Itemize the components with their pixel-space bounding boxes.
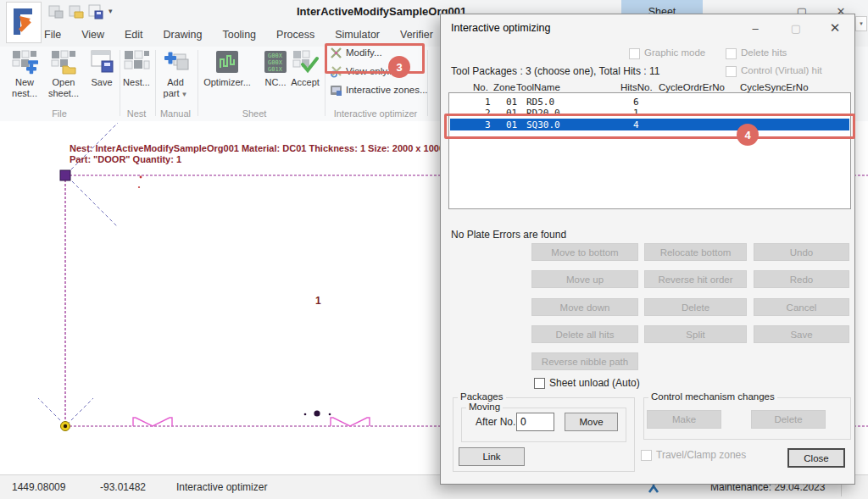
qat-save-icon[interactable] <box>47 4 64 19</box>
ribbon-scroll-button[interactable]: ▾ <box>855 16 867 31</box>
menu-verifier[interactable]: Verifier <box>400 29 433 41</box>
nest-label: Nest... <box>123 77 150 88</box>
qat-open-icon[interactable] <box>68 4 85 19</box>
col-header-hitsno: HitsNo. <box>620 82 653 92</box>
packages-group-label: Packages <box>458 391 506 402</box>
table-row[interactable]: 2 01 RD20.0 1 <box>450 107 849 119</box>
new-nest-label: New nest... <box>12 77 37 99</box>
menu-simulator[interactable]: Simulator <box>335 29 380 41</box>
move-down-button[interactable]: Move down <box>531 298 638 316</box>
qat-customize-icon[interactable]: ▾ <box>108 7 113 15</box>
modify-label: Modify... <box>346 47 382 58</box>
delete-button[interactable]: Delete <box>644 298 747 316</box>
table-row-selected[interactable]: 3 01 SQ30.0 4 <box>450 119 849 130</box>
reverse-nibble-path-button[interactable]: Reverse nibble path <box>531 352 638 370</box>
menu-tooling[interactable]: Tooling <box>222 29 256 41</box>
menu-file[interactable]: File <box>44 29 61 41</box>
graphic-mode-checkbox[interactable] <box>629 48 640 59</box>
sheet-unload-checkbox[interactable] <box>534 378 545 389</box>
interactive-zones-button[interactable]: Interactive zones... <box>330 81 428 98</box>
col-header-no: No. <box>473 82 488 92</box>
col-header-cycleordrerno: CycleOrdrErNo <box>659 82 725 92</box>
app-logo[interactable] <box>6 2 42 43</box>
delete-hits-checkbox[interactable] <box>726 48 737 59</box>
ribbon-group-file: File <box>34 108 85 119</box>
accept-button[interactable]: Accept <box>286 49 325 88</box>
save-label: Save <box>91 77 112 88</box>
dialog-close-icon[interactable]: ✕ <box>822 18 848 38</box>
delete-hits-label: Delete hits <box>741 47 787 58</box>
control-virtual-hit-label: Control (Virtual) hit <box>741 65 822 75</box>
nest-info-text: Nest: InterActiveModifySampleOrg001 Mate… <box>70 143 477 165</box>
dialog-maximize-button: ▢ <box>783 18 809 38</box>
save-button[interactable]: Save <box>82 49 121 88</box>
delete-all-hits-button[interactable]: Delete all hits <box>531 325 638 343</box>
split-button[interactable]: Split <box>644 325 747 343</box>
qat-save-sheet-icon[interactable] <box>87 4 104 19</box>
accept-label: Accept <box>291 77 320 88</box>
open-sheet-button[interactable]: Open sheet... <box>44 49 83 99</box>
make-button[interactable]: Make <box>647 410 721 429</box>
col-header-zone: Zone <box>493 82 515 92</box>
move-up-button[interactable]: Move up <box>531 270 638 288</box>
save-icon <box>88 49 115 75</box>
add-part-button[interactable]: Add part▼ <box>156 49 195 100</box>
table-row[interactable]: 1 01 RD5.0 6 <box>450 96 849 108</box>
dialog-title: Interactive optimizing <box>451 22 550 34</box>
nest-button[interactable]: Nest... <box>117 49 156 88</box>
modify-icon <box>330 47 342 59</box>
move-to-bottom-button[interactable]: Move to bottom <box>531 243 638 261</box>
graphic-mode-label: Graphic mode <box>644 47 705 58</box>
travel-clamp-zones-checkbox[interactable] <box>641 450 652 461</box>
close-button[interactable]: Close <box>787 448 845 468</box>
interactive-optimizing-dialog: Interactive optimizing – ▢ ✕ Graphic mod… <box>440 14 855 485</box>
svg-text:G01X: G01X <box>268 66 283 73</box>
interactive-zones-label: Interactive zones... <box>346 85 428 95</box>
accept-icon <box>292 49 319 75</box>
move-button[interactable]: Move <box>565 413 618 431</box>
annotation-badge-3: 3 <box>388 56 410 78</box>
moving-group-label: Moving <box>466 402 503 412</box>
save-button-dialog[interactable]: Save <box>754 325 849 343</box>
nest-info-line2: Part: "DOOR" Quantity: 1 <box>70 154 477 165</box>
tool-packages-listbox[interactable]: 1 01 RD5.0 6 2 01 RD20.0 1 3 01 SQ30.0 4 <box>448 92 851 209</box>
add-part-caret-icon: ▼ <box>181 91 188 98</box>
undo-button[interactable]: Undo <box>754 243 849 261</box>
annotation-badge-4: 4 <box>737 124 759 146</box>
add-part-label: Add part▼ <box>164 77 188 100</box>
sheet-unload-label: Sheet unload (Auto) <box>549 377 640 389</box>
svg-text:G00X: G00X <box>268 53 283 59</box>
control-virtual-hit-checkbox[interactable] <box>726 66 737 77</box>
optimizer-icon <box>215 49 239 75</box>
dialog-minimize-button[interactable]: – <box>743 18 768 38</box>
menu-edit[interactable]: Edit <box>125 29 143 41</box>
plate-errors-message: No Plate Errors are found <box>451 229 566 241</box>
nest-icon <box>123 49 150 75</box>
status-mode: Interactive optimizer <box>176 481 267 493</box>
cancel-button[interactable]: Cancel <box>754 298 849 316</box>
reverse-hit-order-button[interactable]: Reverse hit order <box>644 270 747 288</box>
col-header-toolname: ToolName <box>516 82 560 92</box>
menu-drawing[interactable]: Drawing <box>164 29 203 41</box>
control-mechanism-group-label: Control mechanism changes <box>648 391 777 402</box>
status-coord-x: 1449.08009 <box>12 481 65 493</box>
after-no-input[interactable] <box>516 413 554 431</box>
menu-view[interactable]: View <box>81 29 104 41</box>
ribbon-group-sheet: Sheet <box>229 108 280 119</box>
new-nest-button[interactable]: New nest... <box>5 49 44 99</box>
optimizer-label: Optimizer... <box>203 77 251 88</box>
add-part-icon <box>162 49 189 75</box>
link-button[interactable]: Link <box>459 447 525 466</box>
redo-button[interactable]: Redo <box>754 270 849 288</box>
nest-info-line1: Nest: InterActiveModifySampleOrg001 Mate… <box>70 143 477 154</box>
after-no-label: After No. <box>476 416 515 428</box>
part-count-label: 1 <box>315 295 321 307</box>
travel-clamp-zones-label: Travel/Clamp zones <box>656 449 746 461</box>
view-only-button[interactable]: View only... <box>330 63 395 80</box>
modify-button[interactable]: Modify... <box>330 44 382 61</box>
application-window: ▾ InterActiveModifySampleOrg001 Sheet ▢ … <box>0 0 868 499</box>
relocate-bottom-button[interactable]: Relocate bottom <box>644 243 747 261</box>
optimizer-button[interactable]: Optimizer... <box>202 49 253 88</box>
menu-process[interactable]: Process <box>276 29 314 41</box>
delete-mechanism-button[interactable]: Delete <box>751 410 826 429</box>
